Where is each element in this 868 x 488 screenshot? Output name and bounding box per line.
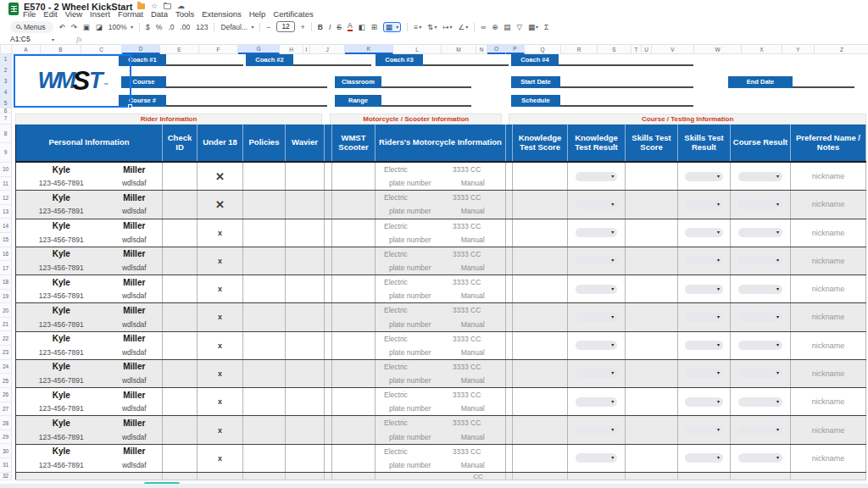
dropdown-course-result[interactable]: ▾ <box>738 285 782 294</box>
dropdown-knowledge-result[interactable]: ▾ <box>576 397 618 407</box>
column-header-v[interactable]: V <box>652 45 694 54</box>
cell-knowledge-result[interactable]: ▾ <box>568 416 626 443</box>
menu-item-tools[interactable]: Tools <box>175 9 194 19</box>
cell-gap[interactable] <box>506 303 513 330</box>
cell-gap[interactable] <box>325 416 332 443</box>
dropdown-course-result[interactable]: ▾ <box>738 369 782 378</box>
cell-gap[interactable] <box>506 247 513 274</box>
column-header-x[interactable]: X <box>742 45 782 54</box>
section-label-rider[interactable]: Rider Information <box>15 114 322 125</box>
cell-policies[interactable] <box>243 247 286 274</box>
cell-check_id[interactable] <box>163 388 198 415</box>
cell-skills-result[interactable]: ▾ <box>678 275 731 302</box>
name-box[interactable]: A1:C5 ▾ <box>10 35 54 43</box>
cell-check_id[interactable] <box>163 445 198 472</box>
cell-knowledge-result[interactable]: ▾ <box>568 445 626 472</box>
menu-item-help[interactable]: Help <box>249 9 266 19</box>
dropdown-course-result[interactable]: ▾ <box>738 200 782 209</box>
partial-cell[interactable] <box>325 473 332 480</box>
row-header-17[interactable]: 17 <box>0 261 12 275</box>
cell-motorcycle-info[interactable]: Electric3333 CCplate numberManual <box>376 275 506 302</box>
cell-skills-result[interactable]: ▾ <box>678 219 731 247</box>
cell-personal[interactable]: KyleMiller123-456-7891wdlsdaf <box>15 275 163 302</box>
partial-cell[interactable] <box>163 473 198 480</box>
menu-item-edit[interactable]: Edit <box>43 9 57 19</box>
table-header-personal[interactable]: Personal Information <box>15 125 163 161</box>
cell-wmst_scooter[interactable] <box>332 275 376 302</box>
label-chip-course_num[interactable]: Course # <box>119 95 166 107</box>
cell-wavier[interactable] <box>286 191 325 218</box>
row-header-12[interactable]: 12 <box>0 191 12 205</box>
cell-knowledge-result[interactable]: ▾ <box>568 332 626 359</box>
column-header-u[interactable]: U <box>642 45 652 54</box>
cell-check_id[interactable] <box>163 303 198 330</box>
cell-gap[interactable] <box>325 163 332 190</box>
cell-motorcycle-info[interactable]: Electric3333 CCplate numberManual <box>376 303 506 330</box>
merge-cells-button[interactable]: ▦ ▾ <box>383 22 401 32</box>
cell-course-result[interactable]: ▾ <box>731 332 791 359</box>
row-header-3[interactable]: 3 <box>0 76 12 87</box>
cell-preferred-name[interactable]: nickname <box>791 445 866 472</box>
cell-under18[interactable]: x <box>198 247 243 274</box>
cell-s_score[interactable] <box>626 416 678 443</box>
partial-cell[interactable] <box>506 473 513 480</box>
cell-skills-result[interactable]: ▾ <box>678 191 731 218</box>
search-menus-button[interactable]: Menus <box>10 21 53 33</box>
table-header-check_id[interactable]: Check ID <box>163 125 198 161</box>
cell-under18[interactable]: x <box>198 445 243 472</box>
column-header-h[interactable]: H <box>280 45 303 54</box>
cell-policies[interactable] <box>243 163 286 190</box>
partial-cell[interactable] <box>198 473 243 480</box>
format-currency-button[interactable]: $ <box>146 23 150 31</box>
cell-gap[interactable] <box>325 445 332 472</box>
partial-row[interactable]: CC <box>15 473 866 480</box>
cell-gap[interactable] <box>506 219 513 247</box>
cell-wavier[interactable] <box>286 247 325 274</box>
dropdown-knowledge-result[interactable]: ▾ <box>576 172 618 181</box>
cell-wmst_scooter[interactable] <box>332 163 376 190</box>
row-header-18[interactable]: 18 <box>0 275 12 290</box>
cell-under18[interactable]: ✕ <box>198 163 243 190</box>
label-chip-coach3[interactable]: Coach #3 <box>376 54 423 66</box>
zoom-select[interactable]: 100% ▾ <box>108 23 133 31</box>
cell-k_score[interactable] <box>513 416 568 443</box>
menu-item-extensions[interactable]: Extensions <box>202 9 241 19</box>
cell-policies[interactable] <box>243 303 286 330</box>
cell-knowledge-result[interactable]: ▾ <box>568 247 626 274</box>
print-button[interactable]: ▣ <box>83 23 90 31</box>
spreadsheet-canvas[interactable]: WMST™ Coach #1Coach #2Coach #3Coach #4Co… <box>12 54 868 488</box>
cell-course-result[interactable]: ▾ <box>731 247 791 274</box>
dropdown-knowledge-result[interactable]: ▾ <box>576 313 618 322</box>
dropdown-skills-result[interactable]: ▾ <box>685 172 723 181</box>
row-header-25[interactable]: 25 <box>0 374 12 388</box>
cell-personal[interactable]: KyleMiller123-456-7891wdlsdaf <box>15 445 163 472</box>
cell-wmst_scooter[interactable] <box>332 416 376 443</box>
cell-under18[interactable]: ✕ <box>198 191 243 218</box>
cell-policies[interactable] <box>243 360 286 387</box>
row-header-4[interactable]: 4 <box>0 86 12 97</box>
cell-motorcycle-info[interactable]: Electric3333 CCplate numberManual <box>376 332 506 359</box>
cell-preferred-name[interactable]: nickname <box>791 219 866 247</box>
text-wrap-button[interactable]: ↦▾ <box>442 23 452 31</box>
column-header-a[interactable]: A <box>12 45 41 54</box>
cell-wavier[interactable] <box>286 416 325 443</box>
format-percent-button[interactable]: % <box>156 23 163 31</box>
filter-button[interactable]: ▽ <box>516 23 522 31</box>
cell-preferred-name[interactable]: nickname <box>791 163 866 190</box>
row-header-10[interactable]: 10 <box>0 163 12 177</box>
cell-gap[interactable] <box>325 191 332 218</box>
cell-knowledge-result[interactable]: ▾ <box>568 191 626 218</box>
column-header-z[interactable]: Z <box>815 45 868 54</box>
dropdown-knowledge-result[interactable]: ▾ <box>576 369 618 378</box>
cell-under18[interactable]: x <box>198 332 243 359</box>
cell-check_id[interactable] <box>163 416 198 443</box>
cell-gap[interactable] <box>506 275 513 302</box>
cell-s_score[interactable] <box>626 303 678 330</box>
cell-gap[interactable] <box>325 247 332 274</box>
move-icon[interactable] <box>164 3 171 9</box>
cell-gap[interactable] <box>506 332 513 359</box>
column-header-m[interactable]: M <box>442 45 476 54</box>
redo-button[interactable]: ↷ <box>71 23 77 31</box>
cell-check_id[interactable] <box>163 275 198 302</box>
label-chip-coach1[interactable]: Coach #1 <box>119 54 166 66</box>
